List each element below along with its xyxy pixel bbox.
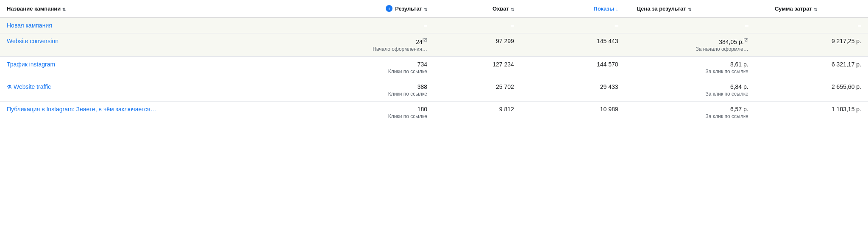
- col-name-sort-icon: ⇅: [62, 7, 66, 12]
- col-header-name[interactable]: Название кампании ⇅: [0, 0, 304, 17]
- campaign-price-cell: 384,05 р.[2]За начало оформле…: [625, 33, 755, 57]
- col-price-sort-icon: ⇅: [688, 7, 691, 12]
- campaign-spend-cell: 1 183,15 р.: [755, 101, 868, 124]
- table-row: Трафик instagram734Клики по ссылке127 23…: [0, 56, 868, 79]
- campaign-impressions-cell: 144 570: [521, 56, 625, 79]
- price-sublabel: За клик по ссылке: [632, 69, 748, 74]
- price-value: –: [632, 22, 748, 29]
- result-sublabel: Клики по ссылке: [311, 113, 427, 119]
- col-header-result[interactable]: i Результат ⇅: [304, 0, 434, 17]
- campaign-name[interactable]: Новая кампания: [7, 22, 52, 29]
- table-row: Публикация в Instagram: Знаете, в чём за…: [0, 101, 868, 124]
- result-value: 388: [311, 83, 427, 90]
- col-header-impressions[interactable]: Показы ↓: [521, 0, 625, 17]
- campaign-name[interactable]: Website conversion: [7, 38, 58, 44]
- result-superscript: [2]: [423, 38, 427, 42]
- campaign-price-cell: –: [625, 17, 755, 33]
- campaign-result-cell: 388Клики по ссылке: [304, 79, 434, 101]
- campaign-name-cell: Публикация в Instagram: Знаете, в чём за…: [0, 101, 304, 124]
- campaign-spend-cell: 2 655,60 р.: [755, 79, 868, 101]
- campaign-reach-cell: 97 299: [434, 33, 521, 57]
- campaign-result-cell: 734Клики по ссылке: [304, 56, 434, 79]
- col-impressions-label: Показы: [593, 6, 614, 12]
- result-value: 734: [311, 61, 427, 68]
- campaign-name-cell: ⚗Website traffic: [0, 79, 304, 101]
- campaigns-table-container: Название кампании ⇅ i Результат ⇅ Охват …: [0, 0, 868, 124]
- campaign-result-cell: –: [304, 17, 434, 33]
- price-value: 384,05 р.[2]: [632, 38, 748, 45]
- table-row: ⚗Website traffic388Клики по ссылке25 702…: [0, 79, 868, 101]
- price-value: 8,61 р.: [632, 61, 748, 68]
- result-sublabel: Начало оформления…: [311, 46, 427, 52]
- col-reach-label: Охват: [492, 6, 509, 12]
- col-impressions-sort-icon: ↓: [616, 7, 618, 12]
- col-name-label: Название кампании: [7, 6, 61, 12]
- flask-icon: ⚗: [7, 84, 12, 90]
- col-header-price[interactable]: Цена за результат ⇅: [625, 0, 755, 17]
- campaign-spend-cell: 6 321,17 р.: [755, 56, 868, 79]
- campaigns-table: Название кампании ⇅ i Результат ⇅ Охват …: [0, 0, 868, 124]
- col-result-label: Результат: [395, 6, 422, 12]
- campaign-reach-cell: 9 812: [434, 101, 521, 124]
- result-info-icon: i: [386, 5, 392, 12]
- campaign-name-cell: Website conversion: [0, 33, 304, 57]
- result-value: 24[2]: [311, 38, 427, 45]
- result-value: 180: [311, 106, 427, 113]
- campaign-reach-cell: –: [434, 17, 521, 33]
- price-value: 6,84 р.: [632, 83, 748, 90]
- col-header-reach[interactable]: Охват ⇅: [434, 0, 521, 17]
- campaign-name[interactable]: Трафик instagram: [7, 61, 55, 68]
- col-reach-sort-icon: ⇅: [511, 7, 514, 12]
- campaign-reach-cell: 25 702: [434, 79, 521, 101]
- col-spend-label: Сумма затрат: [775, 6, 812, 12]
- campaign-impressions-cell: 10 989: [521, 101, 625, 124]
- col-spend-sort-icon: ⇅: [814, 7, 817, 12]
- campaign-impressions-cell: –: [521, 17, 625, 33]
- price-superscript: [2]: [744, 38, 748, 42]
- campaign-name[interactable]: Публикация в Instagram: Знаете, в чём за…: [7, 106, 156, 113]
- price-sublabel: За клик по ссылке: [632, 113, 748, 119]
- campaign-impressions-cell: 29 433: [521, 79, 625, 101]
- price-value: 6,57 р.: [632, 106, 748, 113]
- campaign-result-cell: 24[2]Начало оформления…: [304, 33, 434, 57]
- col-header-spend[interactable]: Сумма затрат ⇅: [755, 0, 868, 17]
- col-result-sort-icon: ⇅: [424, 7, 427, 12]
- campaign-reach-cell: 127 234: [434, 56, 521, 79]
- col-price-label: Цена за результат: [637, 6, 686, 12]
- result-value: –: [311, 22, 427, 29]
- campaign-price-cell: 8,61 р.За клик по ссылке: [625, 56, 755, 79]
- table-row: Новая кампания–––––: [0, 17, 868, 33]
- campaign-name-cell: Новая кампания: [0, 17, 304, 33]
- campaign-result-cell: 180Клики по ссылке: [304, 101, 434, 124]
- campaign-price-cell: 6,84 р.За клик по ссылке: [625, 79, 755, 101]
- price-sublabel: За начало оформле…: [632, 46, 748, 52]
- result-sublabel: Клики по ссылке: [311, 69, 427, 74]
- price-sublabel: За клик по ссылке: [632, 91, 748, 97]
- table-row: Website conversion24[2]Начало оформления…: [0, 33, 868, 57]
- campaign-name[interactable]: ⚗Website traffic: [7, 83, 51, 90]
- campaign-impressions-cell: 145 443: [521, 33, 625, 57]
- campaign-spend-cell: 9 217,25 р.: [755, 33, 868, 57]
- result-sublabel: Клики по ссылке: [311, 91, 427, 97]
- campaign-name-cell: Трафик instagram: [0, 56, 304, 79]
- campaign-spend-cell: –: [755, 17, 868, 33]
- campaign-price-cell: 6,57 р.За клик по ссылке: [625, 101, 755, 124]
- table-header-row: Название кампании ⇅ i Результат ⇅ Охват …: [0, 0, 868, 17]
